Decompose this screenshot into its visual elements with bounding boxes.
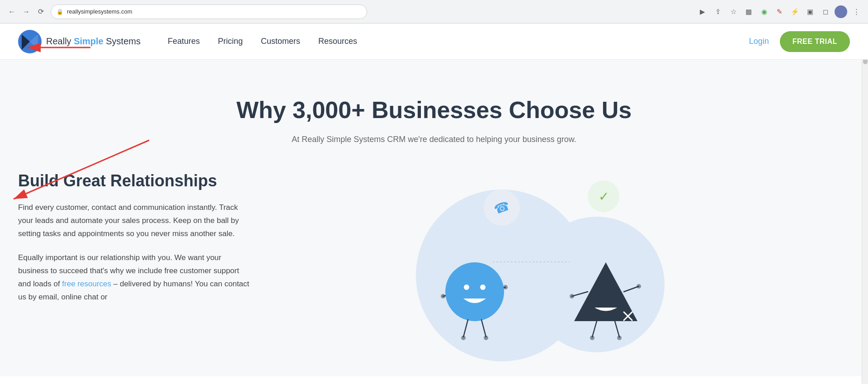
browser-actions: ▶ ⇪ ☆ ▩ ◉ ✎ ⚡ ▣ ◻ ⋮ <box>696 5 863 18</box>
record-icon[interactable]: ◉ <box>758 5 770 18</box>
back-button[interactable]: ← <box>5 5 18 18</box>
address-bar[interactable]: 🔒 reallysimplesystems.com <box>51 5 367 19</box>
hero-subheading: At Really Simple Systems CRM we're dedic… <box>9 135 859 144</box>
logo-text: Really Simple Systems <box>46 36 141 47</box>
login-link[interactable]: Login <box>749 37 769 46</box>
website-content: Really Simple Systems Features Pricing C… <box>0 24 868 384</box>
share-icon[interactable]: ⇪ <box>712 5 724 18</box>
scrollbar[interactable] <box>862 24 868 384</box>
free-trial-button[interactable]: FREE TRIAL <box>780 31 850 52</box>
illustration: ☎ ✓ <box>402 171 674 352</box>
svg-point-7 <box>480 284 486 290</box>
dark-character <box>570 260 642 343</box>
profile-avatar[interactable] <box>835 5 847 18</box>
left-column: Build Great Relationships Find every cus… <box>18 171 253 314</box>
body-paragraph-1: Find every customer, contact and communi… <box>18 201 253 241</box>
free-resources-link[interactable]: free resources <box>62 280 111 288</box>
main-navbar: Really Simple Systems Features Pricing C… <box>0 24 868 60</box>
nav-features[interactable]: Features <box>168 37 200 46</box>
logo-icon <box>18 30 42 53</box>
browser-chrome: ← → ⟳ 🔒 reallysimplesystems.com ▶ ⇪ ☆ ▩ … <box>0 0 868 24</box>
svg-line-12 <box>572 292 588 296</box>
reload-button[interactable]: ⟳ <box>34 5 47 18</box>
svg-line-13 <box>624 286 639 292</box>
nav-right: Login FREE TRIAL <box>749 31 850 52</box>
cast-icon[interactable]: ▩ <box>742 5 755 18</box>
phone-icon: ☎ <box>492 198 512 218</box>
svg-line-19 <box>592 321 597 337</box>
svg-point-5 <box>445 262 504 321</box>
svg-point-15 <box>637 284 641 289</box>
nav-pricing[interactable]: Pricing <box>218 37 243 46</box>
main-heading: Why 3,000+ Businesses Choose Us <box>9 96 859 124</box>
svg-point-22 <box>617 336 622 340</box>
svg-line-20 <box>615 321 619 337</box>
section-title: Build Great Relationships <box>18 171 253 190</box>
svg-line-8 <box>463 320 468 337</box>
svg-point-3 <box>441 294 445 299</box>
svg-point-10 <box>461 336 466 340</box>
svg-point-14 <box>570 294 574 299</box>
main-content: Why 3,000+ Businesses Choose Us At Reall… <box>0 60 868 376</box>
nav-links: Features Pricing Customers Resources <box>168 37 357 46</box>
nav-resources[interactable]: Resources <box>318 37 357 46</box>
screenshot-icon[interactable]: ▶ <box>696 5 709 18</box>
two-col-layout: Build Great Relationships Find every cus… <box>0 162 814 352</box>
checkmark-icon: ✓ <box>599 189 609 204</box>
right-column-illustration: ☎ ✓ <box>280 171 796 352</box>
lock-icon: 🔒 <box>57 9 63 15</box>
svg-line-9 <box>481 320 486 337</box>
check-bubble: ✓ <box>588 180 619 212</box>
forward-button[interactable]: → <box>20 5 33 18</box>
body-paragraph-2: Equally important is our relationship wi… <box>18 251 253 304</box>
hero-section: Why 3,000+ Businesses Choose Us At Reall… <box>0 87 868 162</box>
window-icon[interactable]: ◻ <box>819 5 832 18</box>
pencil-icon[interactable]: ✎ <box>773 5 786 18</box>
svg-marker-16 <box>574 262 637 321</box>
menu-icon[interactable]: ⋮ <box>850 5 863 18</box>
blue-character <box>439 260 511 343</box>
logo-simple: Simple <box>74 36 104 46</box>
nav-customers[interactable]: Customers <box>261 37 300 46</box>
svg-point-6 <box>464 284 469 290</box>
logo[interactable]: Really Simple Systems <box>18 30 141 53</box>
puzzle-icon[interactable]: ▣ <box>804 5 816 18</box>
lightning-icon[interactable]: ⚡ <box>788 5 801 18</box>
phone-bubble: ☎ <box>484 190 520 226</box>
browser-nav-buttons: ← → ⟳ <box>5 5 47 18</box>
svg-point-21 <box>590 336 594 340</box>
bookmark-icon[interactable]: ☆ <box>727 5 740 18</box>
svg-point-11 <box>484 336 488 340</box>
url-text: reallysimplesystems.com <box>67 8 132 15</box>
